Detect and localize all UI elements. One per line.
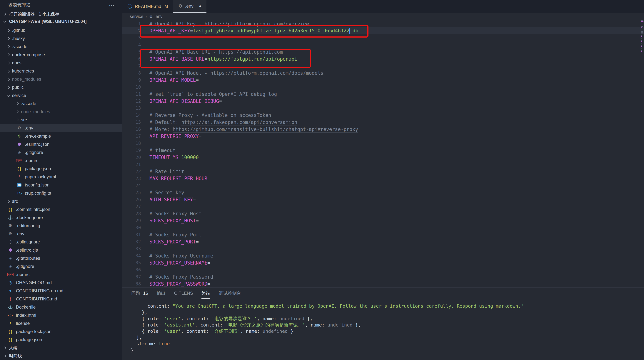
terminal-line: { role: 'user', content: '介绍下剧情', name: … xyxy=(131,328,644,335)
tree-item-package-lock.json[interactable]: {}package-lock.json xyxy=(0,328,122,336)
token-o: = xyxy=(208,281,210,287)
tree-item-pnpm-lock.yaml[interactable]: !pnpm-lock.yaml xyxy=(0,173,122,181)
breadcrumb-file[interactable]: .env xyxy=(154,14,162,19)
tree-item-public[interactable]: public xyxy=(0,83,122,91)
code-line[interactable]: 13 xyxy=(122,105,644,112)
tree-item-src[interactable]: src xyxy=(0,116,122,124)
tree-item-.github[interactable]: .github xyxy=(0,26,122,34)
code-line[interactable]: 34# Socks Proxy Username xyxy=(122,252,644,259)
chevron-right-icon xyxy=(3,355,6,358)
tree-item-CONTRIBUTING.en.md[interactable]: ▼CONTRIBUTING.en.md xyxy=(0,287,122,295)
project-header[interactable]: CHATGPT-WEB [WSL: UBUNTU-22.04] xyxy=(0,18,122,25)
sidebar-section-outline[interactable]: 大纲 xyxy=(0,344,122,352)
code-line[interactable]: 32SOCKS_PROXY_PORT= xyxy=(122,238,644,245)
terminal-token-t: }, xyxy=(352,322,361,328)
code-line[interactable]: 17API_REVERSE_PROXY= xyxy=(122,133,644,140)
code-line[interactable]: 24 xyxy=(122,182,644,189)
code-line[interactable]: 15# Default: https://ai.fakeopen.com/api… xyxy=(122,119,644,126)
tree-item-.husky[interactable]: .husky xyxy=(0,34,122,42)
tree-item-.vscode[interactable]: .vscode xyxy=(0,42,122,51)
tree-item-label: .dockerignore xyxy=(16,215,43,220)
code-text: # More: https://github.com/transitive-bu… xyxy=(150,126,358,132)
code-line[interactable]: 14# Reverse Proxy - Available on accessT… xyxy=(122,112,644,119)
code-line[interactable]: 38SOCKS_PROXY_PASSWORD= xyxy=(122,281,644,288)
code-line[interactable]: 18 xyxy=(122,140,644,147)
tab-env[interactable]: ⚙.env● xyxy=(173,0,206,13)
code-line[interactable]: 29SOCKS_PROXY_HOST= xyxy=(122,217,644,224)
code-line[interactable]: 27 xyxy=(122,203,644,210)
tree-item-service[interactable]: service xyxy=(0,91,122,99)
tree-item-node_modules[interactable]: node_modules xyxy=(0,75,122,83)
code-line[interactable]: 12OPENAI_API_DISABLE_DEBUG= xyxy=(122,98,644,105)
code-line[interactable]: 25# Secret key xyxy=(122,189,644,196)
tree-item-.gitignore[interactable]: ◈.gitignore xyxy=(0,262,122,271)
tree-item-node_modules[interactable]: node_modules xyxy=(0,108,122,116)
code-line[interactable]: 9OPENAI_API_MODEL= xyxy=(122,77,644,84)
sidebar-section-timeline[interactable]: 时间线 xyxy=(0,352,122,360)
tree-item-.dockerignore[interactable]: ⚓.dockerignore xyxy=(0,214,122,222)
panel-tab-调试控制台[interactable]: 调试控制台 xyxy=(219,288,241,299)
panel-tab-问题[interactable]: 问题16 xyxy=(131,288,148,299)
code-line[interactable]: 4 xyxy=(122,41,644,48)
code-line[interactable]: 20TIMEOUT_MS=100000 xyxy=(122,154,644,161)
breadcrumb[interactable]: service›⚙.env xyxy=(122,13,644,20)
tree-item-.env[interactable]: ⚙.env xyxy=(0,124,122,132)
tree-item-.vscode[interactable]: .vscode xyxy=(0,99,122,108)
tree-item-.npmrc[interactable]: npm.npmrc xyxy=(0,156,122,165)
code-line[interactable]: 30 xyxy=(122,224,644,231)
code-line[interactable]: 36 xyxy=(122,266,644,273)
minimap[interactable] xyxy=(641,20,644,279)
tree-item-.env[interactable]: ⚙.env xyxy=(0,230,122,238)
tree-item-docs[interactable]: docs xyxy=(0,59,122,67)
tree-item-CONTRIBUTING.md[interactable]: ⚷CONTRIBUTING.md xyxy=(0,295,122,303)
terminal-token-t: } xyxy=(131,348,134,353)
tree-item-.editorconfig[interactable]: ⚙.editorconfig xyxy=(0,222,122,230)
tree-item-.eslintignore[interactable]: ⬡.eslintignore xyxy=(0,238,122,246)
code-line[interactable]: 37# Socks Proxy Password xyxy=(122,273,644,281)
terminal-token-t: , name: xyxy=(257,316,279,321)
code-line[interactable]: 28# Socks Proxy Host xyxy=(122,210,644,217)
code-line[interactable]: 11# set `true` to disable OpenAI API deb… xyxy=(122,91,644,98)
code-line[interactable]: 31# Socks Proxy Port xyxy=(122,231,644,238)
tree-item-package.json[interactable]: {}package.json xyxy=(0,165,122,173)
panel-tab-终端[interactable]: 终端 xyxy=(202,288,210,299)
tree-item-.env.example[interactable]: $.env.example xyxy=(0,132,122,140)
tree-item-package.json[interactable]: {}package.json xyxy=(0,336,122,344)
tab-readme[interactable]: ⓘREADME.mdM xyxy=(122,0,173,13)
code-line[interactable]: 26AUTH_SECRET_KEY= xyxy=(122,196,644,203)
code-line[interactable]: 19# timeout xyxy=(122,147,644,154)
tree-item-.gitattributes[interactable]: ◈.gitattributes xyxy=(0,254,122,262)
tree-item-.eslintrc.cjs[interactable]: ⬢.eslintrc.cjs xyxy=(0,246,122,254)
code-line[interactable]: 21 xyxy=(122,161,644,168)
terminal[interactable]: content: "You are ChatGPT, a large langu… xyxy=(122,303,644,360)
tree-item-license[interactable]: ⚷license xyxy=(0,319,122,328)
tree-item-.commitlintrc.json[interactable]: {}.commitlintrc.json xyxy=(0,205,122,214)
tree-item-docker-compose[interactable]: docker-compose xyxy=(0,51,122,59)
tree-item-tsup.config.ts[interactable]: TStsup.config.ts xyxy=(0,189,122,197)
tree-item-CHANGELOG.md[interactable]: ◷CHANGELOG.md xyxy=(0,279,122,287)
code-line[interactable]: 16# More: https://github.com/transitive-… xyxy=(122,126,644,133)
tree-item-index.html[interactable]: <>index.html xyxy=(0,311,122,319)
terminal-token-t: }, xyxy=(304,316,313,321)
breadcrumb-item[interactable]: service xyxy=(130,14,143,19)
tree-item-.eslintrc.json[interactable]: ⬢.eslintrc.json xyxy=(0,140,122,148)
tree-item-.gitignore[interactable]: ◈.gitignore xyxy=(0,148,122,156)
more-actions-icon[interactable]: ⋯ xyxy=(109,2,115,8)
code-line[interactable]: 10 xyxy=(122,84,644,91)
code-line[interactable]: 22# Rate Limit xyxy=(122,168,644,175)
explorer-header: 资源管理器 ⋯ xyxy=(0,0,122,10)
tree-item-src[interactable]: src xyxy=(0,197,122,205)
code-line[interactable]: 33 xyxy=(122,245,644,252)
code-line[interactable]: 8# OpenAI API Model - https://platform.o… xyxy=(122,69,644,77)
tree-item-.npmrc[interactable]: npm.npmrc xyxy=(0,271,122,279)
html-icon: <> xyxy=(8,313,13,318)
tree-item-Dockerfile[interactable]: ⚓Dockerfile xyxy=(0,303,122,311)
code-line[interactable]: 35SOCKS_PROXY_USERNAME= xyxy=(122,259,644,266)
code-line[interactable]: 23MAX_REQUEST_PER_HOUR= xyxy=(122,175,644,182)
panel-tab-GITLENS[interactable]: GITLENS xyxy=(174,288,193,299)
tree-item-kubernetes[interactable]: kubernetes xyxy=(0,67,122,75)
line-number: 8 xyxy=(122,70,141,76)
panel-tab-输出[interactable]: 输出 xyxy=(157,288,166,299)
open-editors-header[interactable]: 打开的编辑器 1 个未保存 xyxy=(0,10,122,18)
tree-item-tsconfig.json[interactable]: TStsconfig.json xyxy=(0,181,122,189)
